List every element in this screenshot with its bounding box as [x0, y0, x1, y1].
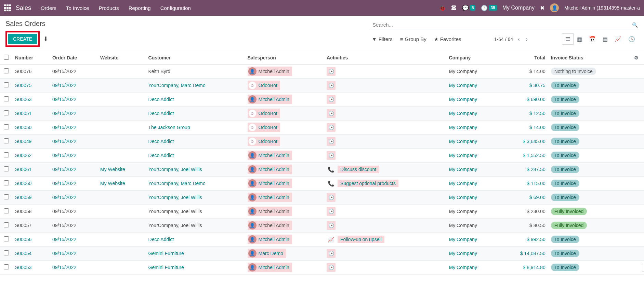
customer[interactable]: YourCompany, Marc Demo — [148, 181, 206, 186]
row-checkbox[interactable] — [4, 250, 9, 255]
row-checkbox[interactable] — [4, 82, 9, 87]
pivot-view-icon[interactable]: ▤ — [599, 33, 611, 45]
row-checkbox[interactable] — [4, 68, 9, 73]
support-icon[interactable]: 🕿 — [451, 5, 457, 11]
customer[interactable]: YourCompany, Joel Willis — [148, 209, 202, 214]
col-total[interactable]: Total — [499, 51, 548, 65]
order-number[interactable]: S00060 — [15, 181, 31, 186]
clock-icon[interactable]: 🕒 — [327, 67, 336, 76]
row-checkbox[interactable] — [4, 166, 9, 171]
order-number[interactable]: S00049 — [15, 139, 31, 144]
table-row[interactable]: S0007509/15/2022YourCompany, Marc Demo☺O… — [0, 79, 644, 93]
col-customer[interactable]: Customer — [146, 51, 245, 65]
tools-icon[interactable]: ✖ — [540, 5, 544, 11]
activity-label[interactable]: Discuss discount — [338, 166, 379, 173]
nav-to-invoice[interactable]: To Invoice — [66, 5, 89, 11]
row-checkbox[interactable] — [4, 180, 9, 185]
clock-icon[interactable]: 🕒 — [327, 193, 336, 202]
order-number[interactable]: S00056 — [15, 237, 31, 242]
order-number[interactable]: S00058 — [15, 209, 31, 214]
clock-icon[interactable]: 🕒 — [327, 123, 336, 132]
customer[interactable]: Deco Addict — [148, 139, 174, 144]
nav-reporting[interactable]: Reporting — [129, 5, 151, 11]
company-selector[interactable]: My Company — [502, 5, 535, 11]
import-icon[interactable]: ⬇ — [43, 35, 48, 43]
customer[interactable]: Deco Addict — [148, 237, 174, 242]
groupby-button[interactable]: ≡Group By — [400, 36, 426, 42]
pager-range[interactable]: 1-64 / 64 — [494, 37, 513, 42]
table-row[interactable]: S0005709/15/2022YourCompany, Joel Willis… — [0, 219, 644, 233]
clock-icon[interactable]: 🕒 — [327, 221, 336, 230]
order-number[interactable]: S00076 — [15, 69, 31, 74]
salesperson-tag[interactable]: 👤Mitchell Admin — [248, 95, 292, 104]
pager-prev-icon[interactable]: ‹ — [516, 36, 521, 42]
customer[interactable]: Gemini Furniture — [148, 265, 184, 270]
col-options-icon[interactable]: ⚙ — [628, 51, 644, 65]
order-number[interactable]: S00054 — [15, 251, 31, 256]
row-checkbox[interactable] — [4, 208, 9, 213]
col-number[interactable]: Number — [12, 51, 50, 65]
salesperson-tag[interactable]: 👤Mitchell Admin — [248, 193, 292, 202]
salesperson-tag[interactable]: 👤Mitchell Admin — [248, 179, 292, 188]
search-bar[interactable]: 🔍 — [372, 20, 639, 30]
salesperson-tag[interactable]: 👤Marc Demo — [248, 249, 286, 258]
order-number[interactable]: S00063 — [15, 97, 31, 102]
app-brand[interactable]: Sales — [16, 4, 31, 12]
col-website[interactable]: Website — [97, 51, 146, 65]
activity-label[interactable]: Follow-up on upsell — [338, 236, 384, 243]
order-number[interactable]: S00051 — [15, 111, 31, 116]
clock-icon[interactable]: 🕒 — [327, 109, 336, 118]
clock-icon[interactable]: 🕒 — [327, 137, 336, 146]
create-button[interactable]: CREATE — [8, 34, 37, 44]
col-company[interactable]: Company — [446, 51, 500, 65]
col-order-date[interactable]: Order Date — [50, 51, 97, 65]
phone-icon[interactable]: 📞 — [327, 165, 336, 174]
nav-products[interactable]: Products — [98, 5, 119, 11]
clock-icon[interactable]: 🕒 — [327, 151, 336, 160]
user-avatar[interactable]: 👤 — [550, 3, 559, 12]
phone-icon[interactable]: 📞 — [327, 179, 336, 188]
row-checkbox[interactable] — [4, 152, 9, 157]
table-row[interactable]: S0005009/15/2022The Jackson Group☺OdooBo… — [0, 121, 644, 135]
select-all-checkbox[interactable] — [4, 55, 9, 60]
calendar-view-icon[interactable]: 📅 — [586, 33, 599, 45]
customer[interactable]: YourCompany, Joel Willis — [148, 223, 202, 228]
salesperson-tag[interactable]: ☺OdooBot — [248, 137, 280, 146]
table-row[interactable]: S0006309/15/2022Deco Addict👤Mitchell Adm… — [0, 93, 644, 107]
order-number[interactable]: S00075 — [15, 83, 31, 88]
row-checkbox[interactable] — [4, 96, 9, 101]
activity-view-icon[interactable]: 🕓 — [625, 33, 639, 45]
apps-icon[interactable] — [4, 4, 11, 11]
clock-icon[interactable]: 🕒 — [327, 95, 336, 104]
filters-button[interactable]: ▼Filters — [372, 36, 393, 42]
col-activities[interactable]: Activities — [324, 51, 446, 65]
order-number[interactable]: S00050 — [15, 125, 31, 130]
table-row[interactable]: S0005809/15/2022YourCompany, Joel Willis… — [0, 205, 644, 219]
customer[interactable]: YourCompany, Joel Willis — [148, 195, 202, 200]
chat-icon[interactable]: 💬5 — [462, 5, 476, 11]
customer[interactable]: YourCompany, Joel Willis — [148, 167, 202, 172]
salesperson-tag[interactable]: 👤Mitchell Admin — [248, 151, 292, 160]
row-checkbox[interactable] — [4, 110, 9, 115]
activity-label[interactable]: Suggest optional products — [338, 180, 398, 187]
col-invoice-status[interactable]: Invoice Status — [548, 51, 628, 65]
table-row[interactable]: S0006109/15/2022My WebsiteYourCompany, J… — [0, 163, 644, 177]
bug-icon[interactable]: 🐞 — [439, 5, 446, 11]
salesperson-tag[interactable]: ☺OdooBot — [248, 81, 280, 90]
nav-configuration[interactable]: Configuration — [160, 5, 191, 11]
pager-next-icon[interactable]: › — [524, 36, 529, 42]
search-input[interactable] — [372, 22, 632, 28]
search-icon[interactable]: 🔍 — [632, 22, 638, 28]
table-row[interactable]: S0005109/15/2022Deco Addict☺OdooBot🕒My C… — [0, 107, 644, 121]
table-row[interactable]: S0006209/15/2022Deco Addict👤Mitchell Adm… — [0, 149, 644, 163]
table-row[interactable]: S0006009/15/2022My WebsiteYourCompany, M… — [0, 177, 644, 191]
table-row[interactable]: S0005609/15/2022Deco Addict👤Mitchell Adm… — [0, 233, 644, 247]
table-row[interactable]: S0005409/15/2022Gemini Furniture👤Marc De… — [0, 247, 644, 261]
salesperson-tag[interactable]: 👤Mitchell Admin — [248, 67, 292, 76]
favorites-button[interactable]: ★Favorites — [434, 36, 461, 42]
clock-icon[interactable]: 🕒 — [327, 263, 336, 272]
graph-view-icon[interactable]: 📈 — [611, 33, 625, 45]
row-checkbox[interactable] — [4, 138, 9, 143]
salesperson-tag[interactable]: ☺OdooBot — [248, 123, 280, 132]
order-number[interactable]: S00062 — [15, 153, 31, 158]
